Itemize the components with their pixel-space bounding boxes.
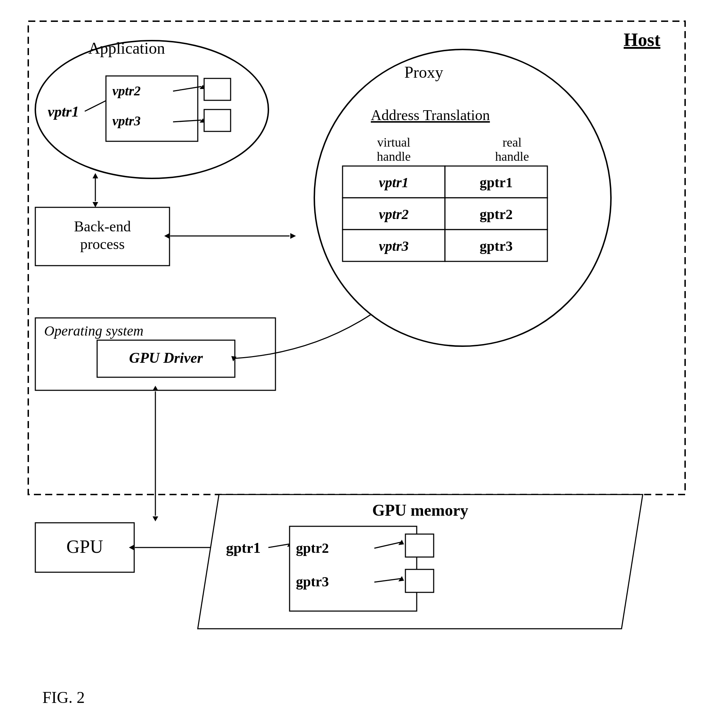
svg-text:gptr1: gptr1 (480, 175, 512, 191)
svg-rect-43 (343, 166, 445, 198)
svg-line-2 (85, 99, 110, 111)
svg-line-34 (374, 579, 401, 582)
svg-rect-14 (35, 207, 170, 266)
svg-rect-18 (35, 318, 276, 390)
svg-marker-13 (92, 202, 98, 207)
svg-line-32 (374, 542, 401, 548)
svg-text:handle: handle (377, 149, 411, 163)
svg-text:vptr3: vptr3 (379, 238, 408, 254)
application-label: Application (88, 39, 165, 57)
svg-line-5 (173, 87, 201, 91)
svg-text:vptr2: vptr2 (379, 206, 408, 222)
svg-marker-30 (287, 542, 292, 547)
svg-rect-44 (445, 166, 547, 198)
backend-line1: Back-end (74, 218, 131, 234)
gpu-driver-label: GPU Driver (129, 350, 203, 366)
svg-text:real: real (502, 135, 522, 149)
svg-rect-4 (106, 76, 198, 141)
svg-rect-51 (343, 230, 445, 261)
svg-marker-22 (153, 386, 158, 391)
svg-rect-37 (405, 569, 434, 592)
gptr2-gpu-label: gptr2 (296, 540, 329, 556)
gpu-memory-label: GPU memory (372, 501, 468, 519)
svg-rect-36 (405, 534, 434, 557)
svg-marker-8 (199, 118, 205, 123)
svg-rect-48 (445, 198, 547, 230)
fig-label: FIG. 2 (42, 688, 85, 706)
svg-rect-24 (35, 523, 134, 572)
host-label: Host (624, 30, 661, 50)
vptr2-app-label: vptr2 (112, 83, 141, 98)
svg-rect-9 (204, 78, 231, 100)
gptr1-label: gptr1 (226, 540, 261, 556)
proxy-label: Proxy (404, 63, 443, 81)
svg-rect-19 (97, 340, 235, 377)
svg-marker-17 (290, 233, 296, 239)
svg-text:gptr3: gptr3 (480, 238, 512, 254)
svg-marker-20 (231, 356, 237, 361)
address-translation-label: Address Translation (371, 107, 490, 123)
svg-marker-28 (198, 494, 643, 629)
svg-rect-31 (290, 526, 417, 611)
svg-marker-26 (129, 545, 134, 550)
svg-rect-10 (204, 110, 231, 131)
svg-line-29 (268, 544, 290, 547)
svg-marker-12 (92, 173, 98, 178)
svg-marker-35 (398, 576, 404, 581)
svg-text:gptr2: gptr2 (480, 206, 512, 222)
svg-rect-47 (343, 198, 445, 230)
gptr3-gpu-label: gptr3 (296, 573, 329, 589)
os-label: Operating system (44, 323, 143, 339)
vptr1-app-label: vptr1 (48, 104, 79, 120)
svg-marker-3 (106, 95, 113, 101)
svg-marker-33 (398, 540, 404, 545)
backend-line2: process (80, 236, 125, 252)
svg-marker-23 (153, 516, 158, 521)
svg-point-1 (35, 40, 268, 178)
gpu-label: GPU (66, 537, 103, 557)
vptr3-app-label: vptr3 (112, 113, 141, 128)
svg-line-7 (173, 120, 201, 122)
svg-rect-0 (28, 21, 685, 494)
svg-text:virtual: virtual (377, 135, 410, 149)
svg-text:handle: handle (495, 149, 529, 163)
svg-marker-27 (213, 545, 218, 550)
svg-marker-16 (164, 233, 170, 239)
svg-text:vptr1: vptr1 (379, 175, 408, 191)
svg-point-38 (314, 49, 611, 346)
svg-rect-52 (445, 230, 547, 261)
svg-marker-6 (199, 85, 205, 89)
